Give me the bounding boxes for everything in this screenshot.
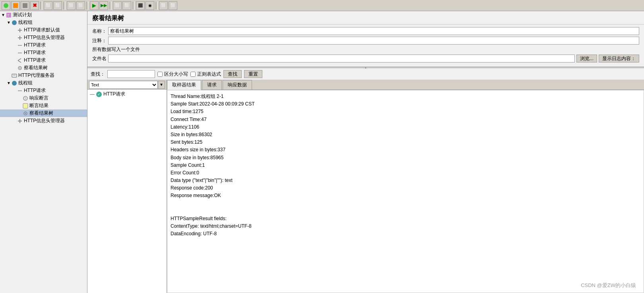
tree-label-http-defaults: HTTP请求默认值 bbox=[24, 27, 60, 33]
view-results-2-icon bbox=[22, 110, 29, 117]
toggle-thread-group-1[interactable]: ▼ bbox=[6, 20, 11, 25]
http-proxy-icon bbox=[11, 72, 17, 79]
status-ok-icon: ✓ bbox=[96, 92, 102, 97]
name-row: 名称： bbox=[92, 27, 639, 35]
http-req-2-icon bbox=[17, 50, 23, 56]
tree-item-http-header-1[interactable]: HTTP信息头管理器 bbox=[0, 34, 87, 41]
svg-text:T: T bbox=[7, 14, 10, 18]
result-tree-label: HTTP请求 bbox=[103, 91, 125, 98]
tree-item-assertion[interactable]: ? 响应断言 bbox=[0, 94, 87, 102]
detail-line-2: Load time:1275 bbox=[171, 108, 640, 115]
test-plan-icon: T bbox=[6, 12, 12, 18]
search-input[interactable] bbox=[107, 70, 155, 78]
detail-line-17: ContentType: text/html;charset=UTF-8 bbox=[171, 223, 640, 230]
format-select[interactable]: Text RegExp Tester CSS/JQuery Tester XPa… bbox=[89, 81, 158, 89]
toolbar-sep-6 bbox=[156, 2, 157, 10]
detail-line-15 bbox=[171, 207, 640, 215]
regex-checkbox[interactable] bbox=[190, 72, 196, 77]
svg-line-9 bbox=[18, 59, 21, 61]
tree-item-http-proxy[interactable]: HTTP代理服务器 bbox=[0, 72, 87, 79]
toolbar-play[interactable]: ▶ bbox=[90, 1, 99, 10]
panel-title: 察看结果树 bbox=[87, 11, 644, 25]
left-panel: ▼ T 测试计划 ▼ 线程组 bbox=[0, 11, 87, 293]
tree-item-thread-group-1[interactable]: ▼ 线程组 bbox=[0, 19, 87, 26]
tree-item-test-plan[interactable]: ▼ T 测试计划 bbox=[0, 11, 87, 19]
detail-line-11: Data type ("text"|"bin"|""): text bbox=[171, 177, 640, 184]
svg-text:?: ? bbox=[24, 97, 26, 101]
name-input[interactable] bbox=[108, 27, 639, 35]
detail-line-3: Connect Time:47 bbox=[171, 116, 640, 123]
case-sensitive-checkbox[interactable] bbox=[157, 72, 163, 77]
tree-label-assert-result: 断言结果 bbox=[29, 102, 48, 109]
comment-input[interactable] bbox=[108, 37, 639, 45]
result-tree-item-http[interactable]: — ✓ HTTP请求 bbox=[87, 90, 167, 99]
file-input[interactable] bbox=[108, 55, 575, 63]
form-area: 名称： 注释： 所有数据写入一个文件 文件名 浏览... 显示日志内容： bbox=[87, 25, 644, 67]
detail-line-13: Response message:OK bbox=[171, 192, 640, 199]
toolbar-play-fast[interactable]: ▶▶ bbox=[99, 1, 108, 10]
search-bar: 查找： 区分大小写 正则表达式 查找 重置 bbox=[87, 68, 644, 80]
http-defaults-icon bbox=[17, 27, 23, 33]
reset-button[interactable]: 重置 bbox=[244, 70, 262, 78]
detail-line-0: Thread Name:线程组 2-1 bbox=[171, 93, 640, 100]
toolbar-btn-14[interactable]: ⬜ bbox=[169, 1, 177, 10]
tree-label-http-header-1: HTTP信息头管理器 bbox=[24, 34, 65, 41]
tree-panel-header: Text RegExp Tester CSS/JQuery Tester XPa… bbox=[87, 80, 167, 90]
toolbar-btn-10[interactable]: ⬜ bbox=[122, 1, 131, 10]
case-sensitive-label: 区分大小写 bbox=[164, 71, 188, 78]
toggle-test-plan[interactable]: ▼ bbox=[1, 13, 6, 17]
tree-item-http-req-3[interactable]: HTTP请求 bbox=[0, 57, 87, 64]
toolbar-btn-9[interactable]: ⬜ bbox=[113, 1, 122, 10]
regex-group: 正则表达式 bbox=[190, 71, 221, 78]
tree-label-thread-group-2: 线程组 bbox=[18, 80, 33, 86]
detail-line-5: Size in bytes:86302 bbox=[171, 131, 640, 139]
toggle-thread-group-2[interactable]: ▼ bbox=[6, 81, 11, 85]
toolbar-btn-7[interactable]: ⬜ bbox=[67, 1, 76, 10]
tab-response-data[interactable]: 响应数据 bbox=[223, 80, 252, 90]
tree-item-http-req-1[interactable]: HTTP请求 bbox=[0, 41, 87, 49]
toolbar-btn-8[interactable]: ⬜ bbox=[76, 1, 85, 10]
toolbar-btn-4[interactable]: ✖ bbox=[30, 1, 39, 10]
http-req-4-icon bbox=[17, 88, 23, 94]
toolbar-btn-11[interactable]: ⬛ bbox=[136, 1, 145, 10]
right-panel: 察看结果树 名称： 注释： 所有数据写入一个文件 文件名 浏览... 显示日志内… bbox=[87, 11, 644, 293]
section-label: 所有数据写入一个文件 bbox=[92, 46, 639, 53]
format-dropdown[interactable]: ▼ bbox=[158, 81, 165, 89]
browse-button[interactable]: 浏览... bbox=[576, 55, 597, 63]
toolbar-btn-1[interactable] bbox=[2, 1, 10, 10]
svg-line-10 bbox=[18, 61, 21, 63]
main-area: ▼ T 测试计划 ▼ 线程组 bbox=[0, 11, 644, 293]
tabs-row: 取样器结果 请求 响应数据 bbox=[167, 80, 644, 90]
case-sensitive-group: 区分大小写 bbox=[157, 71, 188, 78]
dash-icon: — bbox=[90, 92, 95, 97]
toolbar-btn-6[interactable]: ⬜ bbox=[53, 1, 62, 10]
tab-sample-result[interactable]: 取样器结果 bbox=[167, 80, 201, 90]
comment-label: 注释： bbox=[92, 37, 108, 44]
tree-label-http-req-3: HTTP请求 bbox=[24, 57, 46, 64]
tree-item-view-results-1[interactable]: 察看结果树 bbox=[0, 64, 87, 72]
tab-request[interactable]: 请求 bbox=[202, 80, 222, 90]
toolbar-btn-3[interactable] bbox=[21, 1, 29, 10]
tree-label-assertion: 响应断言 bbox=[29, 95, 48, 102]
tree-item-http-req-2[interactable]: HTTP请求 bbox=[0, 49, 87, 57]
find-button[interactable]: 查找 bbox=[223, 70, 242, 78]
search-label: 查找： bbox=[91, 71, 105, 78]
tree-item-http-defaults[interactable]: HTTP请求默认值 bbox=[0, 26, 87, 34]
tree-item-view-results-2[interactable]: 察看结果树 bbox=[0, 109, 87, 117]
toolbar-btn-5[interactable]: ⬜ bbox=[44, 1, 52, 10]
tree-item-thread-group-2[interactable]: ▼ 线程组 bbox=[0, 79, 87, 87]
tree-label-test-plan: 测试计划 bbox=[13, 12, 32, 18]
toolbar-btn-12[interactable]: ◉ bbox=[145, 1, 154, 10]
detail-line-6: Sent bytes:125 bbox=[171, 139, 640, 146]
view-results-1-icon bbox=[17, 65, 23, 71]
tree-item-assert-result[interactable]: 断言结果 bbox=[0, 102, 87, 109]
tree-item-http-header-2[interactable]: HTTP信息头管理器 bbox=[0, 117, 87, 125]
details-panel: 取样器结果 请求 响应数据 Thread Name:线程组 2-1 Sample… bbox=[167, 80, 644, 293]
regex-label: 正则表达式 bbox=[197, 71, 221, 78]
tree-label-view-results-1: 察看结果树 bbox=[24, 64, 48, 71]
toolbar-btn-13[interactable]: ⬜ bbox=[159, 1, 168, 10]
toolbar-btn-2[interactable] bbox=[11, 1, 20, 10]
content-area: Text RegExp Tester CSS/JQuery Tester XPa… bbox=[87, 80, 644, 293]
tree-item-http-req-4[interactable]: HTTP请求 bbox=[0, 87, 87, 94]
log-button[interactable]: 显示日志内容： bbox=[599, 55, 639, 63]
